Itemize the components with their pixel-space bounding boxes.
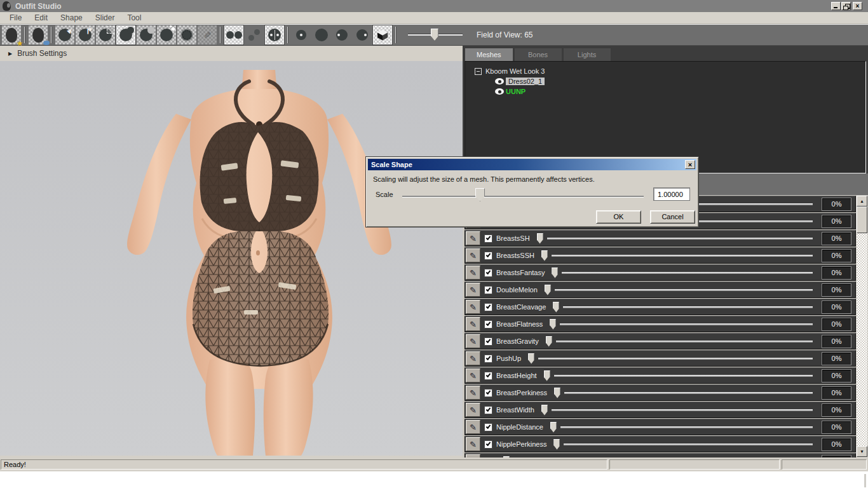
slider-track[interactable]	[564, 392, 813, 394]
slider-track[interactable]	[552, 255, 813, 257]
slider-value[interactable]: 0%	[822, 318, 851, 331]
slider-thumb[interactable]	[550, 422, 557, 433]
slider-track[interactable]	[560, 426, 813, 428]
slider-thumb[interactable]	[546, 336, 552, 347]
edit-slider-button[interactable]: ✎	[466, 300, 480, 314]
slider-value[interactable]: 0%	[822, 301, 851, 314]
inflate-brush-icon[interactable]	[116, 25, 135, 44]
scrollbar-thumb[interactable]	[857, 207, 867, 233]
scroll-down-icon[interactable]: ▼	[857, 446, 867, 457]
slider-thumb[interactable]	[541, 405, 548, 416]
brush-size-large-icon[interactable]	[312, 25, 331, 44]
tab-bones[interactable]: Bones	[515, 48, 562, 61]
slider-thumb[interactable]	[537, 233, 543, 244]
slider-value[interactable]: 0%	[822, 369, 851, 383]
transform-tool-icon[interactable]: ↱	[76, 25, 95, 44]
brush-focus-right-icon[interactable]	[353, 25, 372, 44]
dialog-close-button[interactable]: ×	[685, 160, 695, 169]
slider-thumb[interactable]	[541, 250, 548, 261]
edit-slider-button[interactable]: ✎	[466, 266, 480, 280]
slider-value[interactable]: 0%	[822, 335, 851, 348]
slider-track[interactable]	[555, 289, 813, 291]
tree-item-label[interactable]: Dress02_1	[506, 78, 545, 85]
smooth-brush-icon[interactable]	[157, 25, 176, 44]
edit-slider-button[interactable]: ✎	[466, 248, 480, 262]
slider-thumb[interactable]	[528, 353, 534, 364]
slider-value[interactable]: 0%	[822, 266, 851, 280]
slider-enabled-checkbox[interactable]	[484, 406, 492, 414]
menu-tool[interactable]: Tool	[121, 12, 147, 24]
slider-value[interactable]: 0%	[822, 249, 851, 262]
edit-slider-button[interactable]: ✎	[466, 334, 480, 348]
edit-slider-button[interactable]: ✎	[466, 283, 480, 297]
slider-enabled-checkbox[interactable]	[484, 286, 492, 294]
slider-value[interactable]: 0%	[822, 198, 851, 211]
slider-value[interactable]: 0%	[822, 232, 851, 245]
slider-thumb[interactable]	[552, 268, 558, 278]
slider-thumb[interactable]	[553, 439, 560, 450]
slider-track[interactable]	[538, 358, 813, 360]
slider-value[interactable]: 0%	[822, 403, 851, 417]
slider-enabled-checkbox[interactable]	[484, 234, 492, 243]
edit-slider-button[interactable]: ✎	[466, 437, 480, 451]
move-brush-icon[interactable]	[177, 25, 196, 44]
scale-slider-thumb[interactable]	[475, 188, 485, 201]
slider-value[interactable]: 0%	[822, 352, 851, 365]
slider-track[interactable]	[556, 341, 813, 342]
slider-track[interactable]	[554, 375, 813, 377]
brush-settings-header[interactable]: ▶ Brush Settings	[0, 46, 463, 61]
load-project-icon[interactable]: ★	[2, 25, 21, 44]
tree-item-dress[interactable]: Dress02_1	[465, 76, 865, 86]
slider-value[interactable]: 0%	[822, 438, 851, 451]
textured-view-icon[interactable]	[373, 25, 392, 44]
load-reference-icon[interactable]	[29, 25, 48, 44]
collapse-expander-icon[interactable]	[475, 68, 482, 75]
edit-slider-button[interactable]: ✎	[466, 231, 480, 245]
edit-slider-button[interactable]: ✎	[466, 386, 480, 400]
slider-track[interactable]	[552, 409, 813, 411]
slider-thumb[interactable]	[554, 388, 560, 398]
brush-focus-left-icon[interactable]	[332, 25, 351, 44]
tab-meshes[interactable]: Meshes	[465, 48, 513, 61]
slider-enabled-checkbox[interactable]	[484, 423, 492, 431]
minimize-button[interactable]	[831, 2, 841, 10]
x-mirror-icon[interactable]	[224, 25, 243, 44]
slider-value[interactable]: 0%	[822, 283, 851, 297]
slider-enabled-checkbox[interactable]	[484, 372, 492, 380]
edit-connected-only-icon[interactable]	[245, 25, 264, 44]
fov-slider-thumb[interactable]	[431, 29, 438, 41]
menu-edit[interactable]: Edit	[28, 12, 54, 24]
tree-item-uunp[interactable]: UUNP	[465, 86, 865, 97]
slider-thumb[interactable]	[545, 285, 551, 295]
select-tool-icon[interactable]: ▶	[55, 25, 74, 44]
edit-slider-button[interactable]: ✎	[466, 420, 480, 434]
restore-button[interactable]	[841, 2, 851, 10]
menu-shape[interactable]: Shape	[54, 12, 89, 24]
weight-brush-icon[interactable]: ✎	[198, 25, 217, 44]
slider-enabled-checkbox[interactable]	[484, 355, 492, 363]
tree-item-label[interactable]: UUNP	[506, 88, 526, 95]
slider-enabled-checkbox[interactable]	[484, 269, 492, 277]
menu-slider[interactable]: Slider	[89, 12, 121, 24]
edit-slider-button[interactable]: ✎	[466, 369, 480, 383]
close-button[interactable]: ×	[853, 2, 862, 10]
slider-track[interactable]	[547, 238, 813, 240]
cancel-button[interactable]: Cancel	[650, 210, 695, 224]
visibility-eye-icon[interactable]	[495, 78, 504, 85]
slider-enabled-checkbox[interactable]	[484, 252, 492, 260]
slider-track[interactable]	[562, 272, 813, 274]
deflate-brush-icon[interactable]	[137, 25, 156, 44]
slider-track[interactable]	[563, 306, 813, 308]
scale-value-input[interactable]: 1.00000	[653, 187, 690, 201]
slider-track[interactable]	[564, 444, 813, 445]
tree-root[interactable]: Kboom Wet Look 3	[465, 66, 865, 76]
slider-value[interactable]: 0%	[822, 215, 851, 228]
global-brush-icon[interactable]	[265, 25, 284, 44]
slider-thumb[interactable]	[553, 302, 559, 313]
ok-button[interactable]: OK	[596, 210, 641, 224]
slider-scrollbar[interactable]: ▲ ▼	[857, 196, 867, 457]
fov-slider[interactable]	[408, 28, 463, 42]
slider-enabled-checkbox[interactable]	[484, 303, 492, 311]
vertex-edit-icon[interactable]	[96, 25, 115, 44]
slider-enabled-checkbox[interactable]	[484, 320, 492, 329]
